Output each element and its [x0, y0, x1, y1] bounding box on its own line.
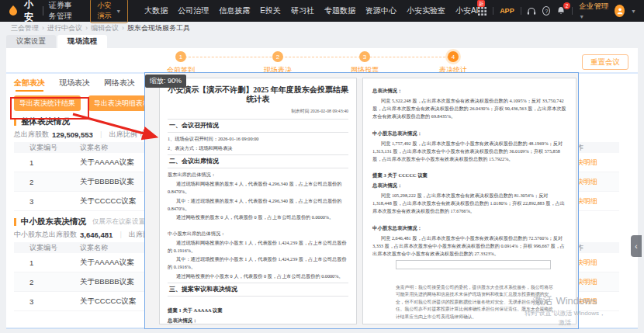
vote-scope-tab[interactable]: 全部表决: [14, 78, 45, 91]
nav-item[interactable]: 信息披露: [219, 5, 250, 16]
doc-block: 通过网络投票的股东 0 人，代表股份 0 股，占上市公司总股份的 0.0000%…: [168, 213, 348, 221]
stepper-connector: [181, 57, 453, 57]
headset-icon[interactable]: [527, 7, 536, 16]
navbar-left: 小安 证券事务管理 小安演示 ▼ 大数据 公司治理 信息披露 E投关 研习社: [8, 0, 478, 24]
divider: [572, 7, 573, 15]
doc-block: 总表决情况：: [372, 182, 566, 189]
stat-label: 总出席股数: [14, 130, 49, 140]
divider: [521, 7, 521, 15]
section-title-text: 中小股东表决情况: [21, 217, 86, 227]
doc-block: 中小股东总表决情况：: [372, 224, 566, 232]
breadcrumb: 三会管理进行中会议编辑会议股东会现场服务工具: [0, 22, 644, 35]
proposal-no: 1: [14, 158, 80, 167]
nav-item[interactable]: 专题数据: [324, 5, 355, 16]
vote-scope-tab[interactable]: 网络表决: [104, 78, 135, 91]
divider: [493, 7, 493, 15]
document-page-1: 小安演示【演示不许删】2025 年年度股东会投票结果统计表制表时间 2026-0…: [159, 78, 357, 324]
notification-count-badge: 2: [563, 2, 571, 9]
help-icon[interactable]: [542, 6, 550, 16]
doc-block: 中小股东出席的总体情况：: [168, 230, 348, 238]
doc-block: [372, 272, 566, 277]
stat-label: 中小股东总出席股数: [14, 230, 77, 240]
avatar[interactable]: [615, 5, 625, 17]
page-tab[interactable]: 议案设置: [6, 35, 56, 48]
export-stats-button[interactable]: 导出表决统计结果: [14, 95, 81, 111]
doc-block: 小安演示【演示不许删】2025 年年度股东会投票结果统计表: [168, 85, 348, 104]
zoom-level-badge: 缩放: 90%: [145, 75, 186, 88]
section-title-text: 整体表决情况: [21, 116, 70, 127]
nav-menu: 大数据 公司治理 信息披露 E投关 研习社 专题数据 资源中心 小安实验室 小安…: [144, 5, 478, 16]
stat-value: 3,646,481: [80, 231, 113, 239]
nav-item[interactable]: 大数据: [144, 5, 168, 16]
doc-block: 同意 1,757,492 股，占出席本次股东会中小股东有效表决权股份总数的 48…: [372, 140, 566, 163]
vote-scope-tab[interactable]: 现场表决: [59, 78, 90, 91]
doc-block: 通过网络投票的中小股东 0 人，代表股份 0 股，占上市公司总股份的 0.000…: [168, 272, 348, 280]
nav-item[interactable]: 资源中心: [365, 5, 396, 16]
doc-block: 同意 2,646,481 股，占出席本次股东会中小股东有效表决权股份总数的 72…: [372, 234, 566, 258]
step-number-badge: 4: [448, 51, 459, 62]
org-selector-label: 小安演示: [97, 1, 113, 21]
nav-item-label: 小安实验室: [407, 6, 445, 15]
step-number-badge: 1: [175, 51, 186, 62]
doc-block: 提案 3 关于 CCCCC 议案: [372, 172, 566, 179]
breadcrumb-item[interactable]: 三会管理: [11, 23, 39, 33]
breadcrumb-item[interactable]: 进行中会议: [42, 23, 82, 33]
account-label: 企业管理: [579, 2, 608, 10]
proposal-no: 2: [14, 278, 80, 286]
nav-item-label: 公司治理: [178, 6, 209, 15]
xiaoan-logo-icon: [8, 5, 19, 16]
doc-block: 其中：通过现场投票的股东 4 人，代表股份 4,296,340 股，占上市公司总…: [168, 197, 348, 213]
doc-block: 三、提案审议和表决情况: [168, 283, 348, 297]
nav-item[interactable]: 研习社: [291, 5, 314, 16]
apps-grid-icon[interactable]: [478, 7, 486, 16]
org-selector[interactable]: 小安演示 ▼: [90, 0, 129, 23]
nav-item-label: E投关: [260, 6, 281, 15]
page-tabs: 议案设置现场流程: [6, 35, 109, 48]
navbar-right: APP 2 企业管理 ▼ ▼: [478, 2, 636, 20]
notification-bell-icon[interactable]: 2: [556, 6, 566, 16]
doc-block: 一、会议召开情况: [168, 119, 348, 133]
preview-modal: 缩放: 90% 小安演示【演示不许删】2025 年年度股东会投票结果统计表制表时…: [144, 72, 579, 329]
account-menu[interactable]: 企业管理 ▼: [579, 2, 608, 20]
col-proposal-no: 议案编号: [14, 243, 80, 253]
doc-block: [396, 260, 551, 269]
doc-block: [168, 223, 348, 228]
collapse-handle[interactable]: ‹: [631, 235, 642, 257]
doc-block: 同意 105,298,222 股，占出席本次股东会有效表决权股份总数的 81.3…: [372, 192, 566, 215]
chevron-down-icon: ▼: [116, 9, 121, 14]
divider: ｜: [98, 130, 105, 140]
nav-item-label: 大数据: [144, 6, 168, 15]
nav-item[interactable]: 公司治理: [178, 5, 209, 16]
proposal-no: 3: [14, 197, 80, 206]
document-page-2: 总表决情况：同意 5,322,248 股，占出席本次股东会有效表决权股份总数的 …: [362, 78, 576, 324]
logo-divider: [43, 6, 43, 16]
chevron-down-icon: ▼: [579, 14, 584, 19]
doc-block: [372, 164, 566, 169]
doc-block: 通过现场和网络投票的股东 4 人，代表股份 4,296,340 股，占上市公司总…: [168, 180, 348, 196]
screen: 小安 证券事务管理 小安演示 ▼ 大数据 公司治理 信息披露 E投关 研习社: [0, 0, 644, 333]
doc-block: 免责声明：我公司接受贵公司的委托，提供股东大会技术系统服务，我公司将尽可能采用先…: [396, 284, 556, 321]
proposal-no: 2: [14, 178, 80, 186]
doc-block: 通过现场和网络投票的中小股东 1 人，代表股份 1,424,239 股，占上市公…: [168, 239, 348, 255]
proposal-no: 1: [14, 258, 80, 267]
doc-block: 提案 1 关于 AAAAA 议案: [168, 307, 348, 314]
doc-block: 中小股东总表决情况：: [372, 130, 566, 137]
nav-item[interactable]: 小安实验室: [407, 5, 445, 16]
chevron-down-icon[interactable]: ▼: [631, 9, 636, 14]
doc-block: 2、表决方式：现场和网络表决: [168, 144, 348, 152]
breadcrumb-item[interactable]: 股东会现场服务工具: [122, 23, 190, 33]
nav-item[interactable]: 小安AI新: [455, 5, 478, 16]
doc-block: 1、现场会议召开时间：2026-01-16 09:00:00: [168, 135, 348, 143]
breadcrumb-item[interactable]: 编辑会议: [85, 23, 119, 33]
product-name: 证券事务管理: [49, 0, 80, 22]
divider: ｜: [117, 230, 124, 240]
nav-item[interactable]: E投关: [260, 5, 281, 16]
top-navbar: 小安 证券事务管理 小安演示 ▼ 大数据 公司治理 信息披露 E投关 研习社: [0, 0, 644, 22]
doc-block: 同意 5,322,248 股，占出席本次股东会有效表决权股份总数的 4.1095…: [372, 97, 566, 120]
doc-block: 总表决情况：: [168, 317, 348, 324]
reset-meeting-button[interactable]: 重置会议: [582, 54, 628, 70]
app-link[interactable]: APP: [500, 7, 514, 15]
page-tab[interactable]: 现场流程: [57, 35, 107, 48]
nav-item-label: 小安AI: [455, 6, 478, 15]
doc-block: 其中：通过现场投票的中小股东 1 人，代表股份 1,424,239 股，占上市公…: [168, 255, 348, 271]
